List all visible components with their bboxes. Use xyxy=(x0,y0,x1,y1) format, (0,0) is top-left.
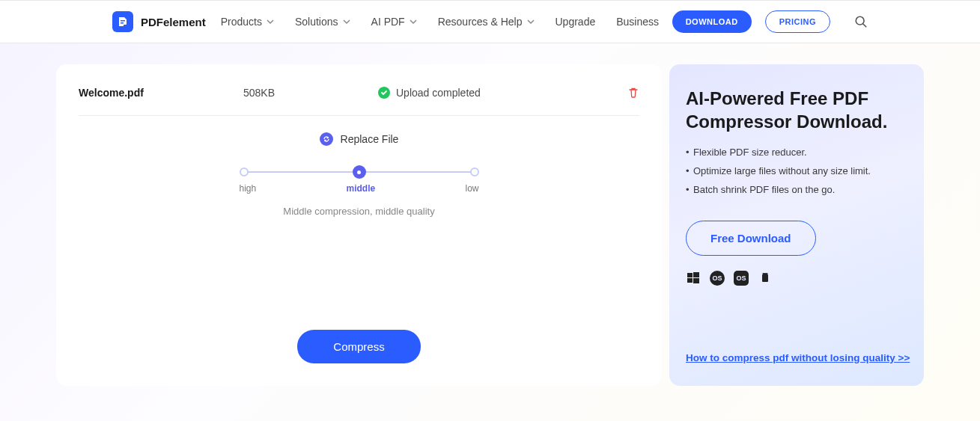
brand[interactable]: PDFelement xyxy=(112,11,206,32)
slider-option-middle[interactable] xyxy=(353,165,366,179)
trash-icon[interactable] xyxy=(627,87,639,99)
nav-upgrade[interactable]: Upgrade xyxy=(556,16,596,28)
nav-products[interactable]: Products xyxy=(221,16,274,28)
replace-icon xyxy=(320,132,333,146)
header-actions: DOWNLOAD PRICING xyxy=(672,10,868,33)
file-row: Welcome.pdf 508KB Upload completed xyxy=(79,87,639,116)
slider-label-middle: middle xyxy=(347,183,376,194)
promo-bullet: Optimize large files without any size li… xyxy=(686,165,907,176)
nav-resources-label: Resources & Help xyxy=(438,16,523,28)
compress-panel: Welcome.pdf 508KB Upload completed Repla… xyxy=(56,64,662,386)
chevron-down-icon xyxy=(343,18,350,25)
chevron-down-icon xyxy=(267,18,274,25)
svg-rect-0 xyxy=(121,20,125,22)
promo-title: AI-Powered Free PDF Compressor Download. xyxy=(686,87,907,133)
brand-name: PDFelement xyxy=(141,16,206,28)
header: PDFelement Products Solutions AI PDF Res… xyxy=(0,0,980,43)
nav-products-label: Products xyxy=(221,16,262,28)
nav-upgrade-label: Upgrade xyxy=(556,16,596,28)
search-icon[interactable] xyxy=(854,15,868,28)
nav-ai-pdf[interactable]: AI PDF xyxy=(371,16,417,28)
slider-option-high[interactable] xyxy=(240,168,249,176)
svg-rect-5 xyxy=(693,272,699,277)
svg-rect-1 xyxy=(121,22,124,24)
brand-logo-icon xyxy=(112,11,133,32)
promo-bullet: Flexible PDF size reducer. xyxy=(686,147,907,158)
nav-solutions[interactable]: Solutions xyxy=(295,16,350,28)
promo-bullet: Batch shrink PDF files on the go. xyxy=(686,184,907,195)
promo-link[interactable]: How to compress pdf without losing quali… xyxy=(686,352,910,363)
main: Welcome.pdf 508KB Upload completed Repla… xyxy=(0,43,980,386)
slider-labels: high middle low xyxy=(240,183,479,194)
android-icon xyxy=(758,271,773,286)
nav-business[interactable]: Business xyxy=(616,16,659,28)
file-status-label: Upload completed xyxy=(396,87,481,99)
svg-rect-6 xyxy=(687,278,693,283)
replace-file-label: Replace File xyxy=(341,133,399,145)
check-icon xyxy=(378,87,390,99)
ios-icon: OS xyxy=(734,271,749,286)
slider-option-low[interactable] xyxy=(470,168,479,176)
svg-rect-7 xyxy=(693,278,699,283)
chevron-down-icon xyxy=(527,18,535,25)
replace-file[interactable]: Replace File xyxy=(79,132,639,146)
slider-description: Middle compression, middle quality xyxy=(240,206,479,217)
download-button[interactable]: DOWNLOAD xyxy=(672,10,752,33)
svg-line-3 xyxy=(863,24,867,28)
compress-button[interactable]: Compress xyxy=(297,330,420,363)
svg-line-9 xyxy=(767,273,767,274)
slider-label-low: low xyxy=(465,183,478,194)
nav-ai-pdf-label: AI PDF xyxy=(371,16,405,28)
compression-slider: high middle low Middle compression, midd… xyxy=(240,167,479,217)
nav-business-label: Business xyxy=(616,16,659,28)
file-status: Upload completed xyxy=(378,87,627,99)
slider-label-high: high xyxy=(240,183,257,194)
promo-panel: AI-Powered Free PDF Compressor Download.… xyxy=(669,64,924,386)
nav: Products Solutions AI PDF Resources & He… xyxy=(221,16,672,28)
pricing-button[interactable]: PRICING xyxy=(765,10,830,33)
promo-bullets: Flexible PDF size reducer. Optimize larg… xyxy=(686,147,907,195)
slider-track xyxy=(240,167,479,177)
nav-resources[interactable]: Resources & Help xyxy=(438,16,535,28)
platforms: OS OS xyxy=(686,271,907,286)
file-size: 508KB xyxy=(243,87,378,99)
svg-rect-4 xyxy=(687,273,693,277)
svg-point-2 xyxy=(856,16,864,25)
free-download-button[interactable]: Free Download xyxy=(686,221,816,256)
svg-line-8 xyxy=(763,273,764,274)
chevron-down-icon xyxy=(410,18,417,25)
macos-icon: OS xyxy=(710,271,725,286)
windows-icon xyxy=(686,271,701,286)
nav-solutions-label: Solutions xyxy=(295,16,338,28)
file-name: Welcome.pdf xyxy=(79,87,243,99)
